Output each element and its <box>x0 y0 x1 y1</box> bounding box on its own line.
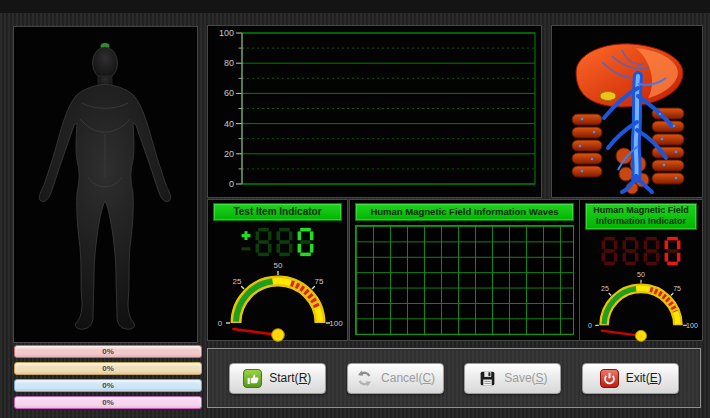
magnetic-field-indicator-header: Human Magnetic Field Information Indicat… <box>585 203 697 230</box>
progress-bar-label: 0% <box>102 398 114 407</box>
progress-bar-group: 0%0%0%0% <box>14 345 202 413</box>
magnetic-field-waves-panel: Human Magnetic Field Information Waves <box>349 199 580 341</box>
action-button-bar: Start(R) Cancel(C) <box>207 348 701 408</box>
progress-bar: 0% <box>14 362 202 375</box>
led-digit <box>275 227 294 257</box>
start-button[interactable]: Start(R) <box>229 363 326 394</box>
magnetic-field-led-display <box>580 236 702 266</box>
svg-text:80: 80 <box>224 58 234 68</box>
gallbladder-shape <box>600 92 616 101</box>
save-button-label: Save(S) <box>504 371 547 385</box>
waves-panel-header: Human Magnetic Field Information Waves <box>355 203 574 221</box>
progress-bar: 0% <box>14 345 202 358</box>
svg-text:75: 75 <box>314 277 323 286</box>
led-sign <box>240 227 252 257</box>
gauge-hub <box>635 330 646 341</box>
cancel-button-label: Cancel(C) <box>381 371 435 385</box>
window-top-strip <box>0 0 710 13</box>
svg-text:0: 0 <box>217 319 222 328</box>
svg-text:100: 100 <box>686 322 698 329</box>
svg-text:25: 25 <box>601 285 609 292</box>
svg-text:100: 100 <box>219 28 234 38</box>
cancel-button[interactable]: Cancel(C) <box>347 363 444 394</box>
led-digit <box>642 236 661 266</box>
progress-bar-label: 0% <box>102 347 114 356</box>
power-icon <box>600 369 619 388</box>
internal-organs-image <box>552 26 700 195</box>
oscilloscope-grid <box>355 225 574 335</box>
led-digit <box>296 227 315 257</box>
test-item-gauge: 0255075100 <box>212 259 344 343</box>
magnetic-field-gauge: 0255075100 <box>583 268 699 344</box>
led-digit <box>621 236 640 266</box>
floppy-disk-icon <box>478 369 497 388</box>
test-item-indicator-header: Test Item Indicator <box>213 203 342 221</box>
organs-image-panel <box>551 25 703 198</box>
led-digit <box>663 236 682 266</box>
exit-button[interactable]: Exit(E) <box>582 363 679 394</box>
analyzer-window: 020406080100 <box>0 0 710 418</box>
progress-bar: 0% <box>14 396 202 409</box>
progress-bar-label: 0% <box>102 364 114 373</box>
svg-text:100: 100 <box>329 319 343 328</box>
svg-text:25: 25 <box>232 277 241 286</box>
refresh-arrows-icon <box>355 369 374 388</box>
body-scan-panel <box>13 26 198 343</box>
save-button[interactable]: Save(S) <box>464 363 561 394</box>
svg-text:75: 75 <box>673 285 681 292</box>
svg-text:50: 50 <box>273 261 282 270</box>
svg-text:50: 50 <box>637 271 645 278</box>
thumbs-up-icon <box>243 369 262 388</box>
test-item-indicator-panel: Test Item Indicator 0255075100 <box>207 199 348 341</box>
empty-line-chart: 020406080100 <box>208 26 539 195</box>
human-body-xray-image <box>14 27 195 340</box>
svg-text:60: 60 <box>224 88 234 98</box>
progress-bar: 0% <box>14 379 202 392</box>
test-item-led-display <box>208 227 347 257</box>
scan-progress-chart-panel: 020406080100 <box>207 25 542 198</box>
progress-bar-label: 0% <box>102 381 114 390</box>
led-digit <box>254 227 273 257</box>
svg-text:0: 0 <box>229 179 234 189</box>
start-button-label: Start(R) <box>269 371 311 385</box>
magnetic-field-indicator-panel: Human Magnetic Field Information Indicat… <box>579 199 703 341</box>
led-digit <box>600 236 619 266</box>
svg-text:40: 40 <box>224 119 234 129</box>
svg-text:0: 0 <box>588 322 592 329</box>
svg-text:20: 20 <box>224 149 234 159</box>
exit-button-label: Exit(E) <box>626 371 662 385</box>
gauge-hub <box>271 329 284 342</box>
